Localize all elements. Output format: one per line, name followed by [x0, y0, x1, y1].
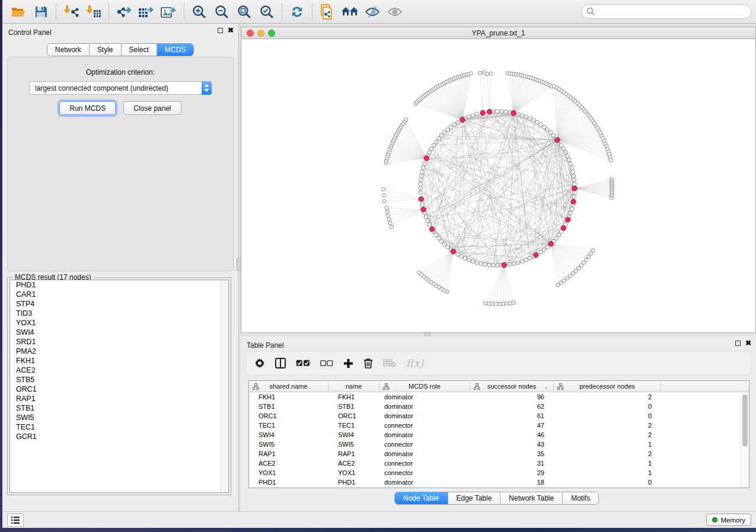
- column-layout-icon[interactable]: [275, 358, 286, 368]
- node-table[interactable]: shared namenameMCDS rolesuccessor nodes⌄…: [248, 380, 749, 488]
- function-builder-icon[interactable]: f(x): [406, 357, 423, 369]
- tab-network-table[interactable]: Network Table: [500, 492, 563, 504]
- mcds-list-item[interactable]: PMA2: [10, 347, 228, 356]
- table-scrollbar[interactable]: [741, 392, 749, 488]
- list-scrollbar[interactable]: [221, 280, 228, 492]
- tab-motifs[interactable]: Motifs: [563, 492, 598, 504]
- zoom-fit-icon[interactable]: [233, 2, 256, 22]
- cell-name[interactable]: ACE2: [328, 459, 379, 468]
- cell-shared-name[interactable]: FKH1: [249, 392, 328, 402]
- cell-predecessor-nodes[interactable]: 1: [554, 440, 661, 449]
- cell-shared-name[interactable]: TEC1: [249, 421, 328, 430]
- mcds-list-item[interactable]: TEC1: [10, 422, 228, 432]
- table-row[interactable]: ACE2ACE2connector311: [249, 459, 749, 468]
- cell-MCDS-role[interactable]: dominator: [379, 449, 470, 459]
- import-network-icon[interactable]: [60, 2, 82, 22]
- scrollbar-thumb[interactable]: [742, 395, 748, 447]
- mcds-list-item[interactable]: TID3: [10, 309, 228, 318]
- mcds-list-item[interactable]: YOX1: [10, 318, 228, 328]
- cell-successor-nodes[interactable]: 96: [470, 392, 554, 402]
- cell-MCDS-role[interactable]: dominator: [379, 411, 470, 421]
- hide-eye-icon[interactable]: [361, 2, 384, 22]
- cell-predecessor-nodes[interactable]: 1: [554, 459, 661, 468]
- cell-successor-nodes[interactable]: 18: [470, 477, 554, 487]
- cell-name[interactable]: YOX1: [328, 468, 379, 477]
- float-panel-icon[interactable]: [735, 341, 741, 346]
- table-row[interactable]: SWI5SWI5connector431: [249, 440, 749, 449]
- tab-select[interactable]: Select: [122, 44, 157, 56]
- homes-icon[interactable]: [339, 2, 361, 22]
- export-table-icon[interactable]: [135, 2, 158, 22]
- optimization-criterion-select[interactable]: largest connected component (undirected): [29, 81, 212, 95]
- table-row[interactable]: TEC1TEC1connector472: [249, 421, 749, 430]
- mcds-list-item[interactable]: PHD1: [10, 280, 228, 290]
- zoom-selected-icon[interactable]: [256, 2, 278, 22]
- network-titlebar[interactable]: YPA_prune.txt_1: [241, 27, 755, 39]
- cell-predecessor-nodes[interactable]: 2: [554, 421, 661, 430]
- tab-style[interactable]: Style: [90, 44, 122, 56]
- deselect-all-icon[interactable]: [320, 360, 333, 367]
- cell-shared-name[interactable]: ORC1: [249, 411, 328, 421]
- mcds-list-item[interactable]: ACE2: [10, 366, 228, 375]
- delete-table-icon[interactable]: [383, 359, 396, 367]
- mcds-list-item[interactable]: STP4: [10, 299, 228, 309]
- cell-MCDS-role[interactable]: dominator: [379, 477, 470, 487]
- cell-name[interactable]: FKH1: [328, 392, 379, 402]
- open-folder-icon[interactable]: [7, 2, 30, 22]
- cell-MCDS-role[interactable]: connector: [379, 421, 470, 430]
- chevron-down-icon[interactable]: ⌄: [544, 384, 548, 390]
- network-file-icon[interactable]: [316, 2, 339, 22]
- mcds-list-item[interactable]: ORC1: [10, 384, 228, 394]
- table-header-row[interactable]: shared namenameMCDS rolesuccessor nodes⌄…: [249, 381, 749, 392]
- import-table-icon[interactable]: [82, 2, 105, 22]
- mcds-list-item[interactable]: SWI5: [10, 413, 228, 422]
- column-header-shared-name[interactable]: shared name: [249, 381, 328, 392]
- zoom-out-icon[interactable]: [210, 2, 233, 22]
- close-panel-button[interactable]: Close panel: [123, 101, 181, 115]
- cell-name[interactable]: RAP1: [328, 449, 379, 459]
- table-row[interactable]: PHD1PHD1dominator180: [249, 477, 749, 487]
- tab-mcds[interactable]: MCDS: [157, 44, 193, 56]
- cell-predecessor-nodes[interactable]: 0: [554, 411, 661, 421]
- cell-successor-nodes[interactable]: 43: [470, 440, 554, 449]
- gear-icon[interactable]: [254, 358, 265, 368]
- export-network-icon[interactable]: [113, 2, 135, 22]
- column-header-predecessor-nodes[interactable]: predecessor nodes: [554, 381, 661, 392]
- cell-name[interactable]: TEC1: [328, 421, 379, 430]
- table-row[interactable]: ORC1ORC1dominator610: [249, 411, 749, 421]
- save-icon[interactable]: [30, 2, 52, 22]
- cell-MCDS-role[interactable]: dominator: [379, 402, 470, 411]
- cell-name[interactable]: SWI4: [328, 430, 379, 440]
- cell-MCDS-role[interactable]: connector: [379, 459, 470, 468]
- cell-successor-nodes[interactable]: 35: [470, 449, 554, 459]
- cell-successor-nodes[interactable]: 62: [470, 402, 554, 411]
- column-header-name[interactable]: name: [328, 381, 379, 392]
- mcds-list-item[interactable]: SWI4: [10, 328, 228, 337]
- cell-name[interactable]: SWI5: [328, 440, 379, 449]
- cell-name[interactable]: PHD1: [328, 477, 379, 487]
- mcds-list-item[interactable]: SRD1: [10, 337, 228, 347]
- show-panels-button[interactable]: [7, 514, 24, 527]
- tab-node-table[interactable]: Node Table: [395, 492, 448, 504]
- table-body[interactable]: FKH1FKH1dominator962STB1STB1dominator620…: [249, 392, 749, 487]
- cell-shared-name[interactable]: ACE2: [249, 459, 328, 468]
- cell-predecessor-nodes[interactable]: 2: [554, 430, 661, 440]
- cell-MCDS-role[interactable]: dominator: [379, 392, 470, 402]
- cell-predecessor-nodes[interactable]: 1: [554, 468, 661, 477]
- mcds-list-item[interactable]: STB1: [10, 403, 228, 413]
- show-eye-icon[interactable]: [384, 2, 406, 22]
- run-mcds-button[interactable]: Run MCDS: [59, 101, 116, 115]
- float-panel-icon[interactable]: [218, 28, 223, 33]
- cell-predecessor-nodes[interactable]: 0: [554, 402, 661, 411]
- mcds-list-item[interactable]: GCR1: [10, 432, 228, 441]
- cell-shared-name[interactable]: SWI5: [249, 440, 328, 449]
- cell-shared-name[interactable]: PHD1: [249, 477, 328, 487]
- cell-shared-name[interactable]: RAP1: [249, 449, 328, 459]
- cell-name[interactable]: ORC1: [328, 411, 379, 421]
- cell-shared-name[interactable]: SWI4: [249, 430, 328, 440]
- mcds-list-item[interactable]: FKH1: [10, 356, 228, 366]
- cell-shared-name[interactable]: YOX1: [249, 468, 328, 477]
- cell-predecessor-nodes[interactable]: 2: [554, 449, 661, 459]
- delete-icon[interactable]: [363, 358, 373, 368]
- table-row[interactable]: STB1STB1dominator620: [249, 402, 749, 411]
